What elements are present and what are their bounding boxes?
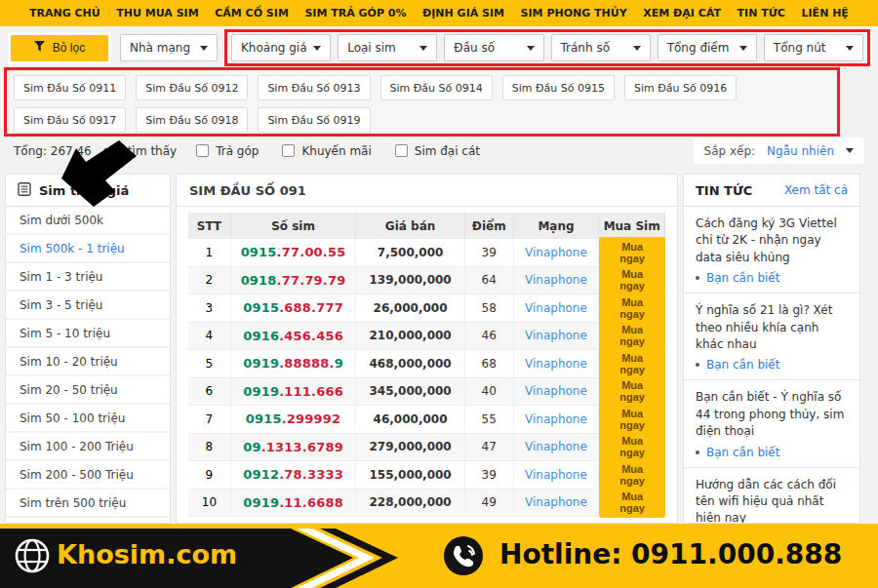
sim-number-link[interactable]: 09.1313.6789 <box>243 440 343 454</box>
news-item-link[interactable]: Bạn cần biết <box>696 271 848 285</box>
sim-segment: .77.79.79 <box>277 273 346 288</box>
news-item-title[interactable]: Ý nghĩa số 21 là gì? Xét theo nhiều khía… <box>696 302 848 353</box>
network-dropdown[interactable]: Nhà mạng <box>120 34 218 61</box>
sidebar-item[interactable]: Sim 20 - 50 triệu <box>6 376 170 405</box>
buy-button[interactable]: Mua ngay <box>599 237 665 268</box>
filter-dropdown[interactable]: Tổng điểm <box>658 34 757 61</box>
footer-hotline[interactable]: Hotline: 0911.000.888 <box>499 538 842 570</box>
buy-button[interactable]: Mua ngay <box>599 487 665 518</box>
table-row: 20918.77.79.79139,000,00064VinaphoneMua … <box>188 267 665 295</box>
news-item-link[interactable]: Bạn cần biết <box>696 446 848 459</box>
buy-button[interactable]: Mua ngay <box>599 375 665 407</box>
network-link[interactable]: Vinaphone <box>525 468 587 482</box>
news-link-label: Bạn cần biết <box>706 358 779 372</box>
highlighted-filter-group: Khoảng giáLoại simĐầu sốTránh sốTổng điể… <box>224 29 870 66</box>
sidebar-item[interactable]: Sim trên 500 triệu <box>6 490 170 518</box>
prefix-tag-chip[interactable]: Sim Đầu Số 0911 <box>14 75 126 100</box>
sim-segment: .299992 <box>282 412 341 426</box>
buy-button[interactable]: Mua ngay <box>599 348 665 379</box>
buy-button[interactable]: Mua ngay <box>599 293 665 324</box>
sim-segment: 0915 <box>246 412 282 426</box>
checkbox-label: Trả góp <box>216 144 259 158</box>
sim-number-link[interactable]: 0919.111.666 <box>243 384 343 399</box>
stt-cell: 8 <box>188 434 231 461</box>
buy-button[interactable]: Mua ngay <box>599 264 665 295</box>
network-link[interactable]: Vinaphone <box>525 384 587 398</box>
nav-item[interactable]: TRANG CHỦ <box>29 7 100 20</box>
clear-filter-button[interactable]: Bỏ lọc <box>11 35 108 61</box>
sim-number-link[interactable]: 0912.78.3333 <box>243 467 343 482</box>
network-link[interactable]: Vinaphone <box>525 246 587 259</box>
prefix-tag-chip[interactable]: Sim Đầu Số 0918 <box>136 107 248 133</box>
network-link[interactable]: Vinaphone <box>525 357 587 371</box>
buy-button[interactable]: Mua ngay <box>599 404 665 435</box>
sim-number-link[interactable]: 0916.456.456 <box>243 329 343 343</box>
news-item-title[interactable]: Bạn cần biết - Ý nghĩa số 44 trong phong… <box>696 389 848 440</box>
sim-number-link[interactable]: 0915.688.777 <box>243 300 343 315</box>
prefix-tag-chip[interactable]: Sim Đầu Số 0916 <box>624 75 737 100</box>
buy-cell: Mua ngay <box>599 406 665 433</box>
prefix-tag-chip[interactable]: Sim Đầu Số 0919 <box>258 107 370 133</box>
filter-dropdown[interactable]: Tránh số <box>551 34 651 61</box>
filter-checkbox[interactable]: Sim đại cát <box>395 144 480 158</box>
sidebar-item[interactable]: Sim 100 - 200 Triệu <box>6 433 170 461</box>
prefix-tag-chip[interactable]: Sim Đầu Số 0913 <box>258 75 370 100</box>
sim-segment: 0915 <box>241 245 277 259</box>
sidebar-item[interactable]: Sim dưới 500k <box>6 207 170 235</box>
footer-brand[interactable]: Khosim.com <box>57 539 237 569</box>
sidebar-item[interactable]: Sim 10 - 20 triệu <box>6 348 170 376</box>
nav-item[interactable]: SIM PHONG THỦY <box>521 7 627 20</box>
sim-number-link[interactable]: 0915.77.00.55 <box>241 245 346 259</box>
network-link[interactable]: Vinaphone <box>525 495 587 509</box>
sidebar-item[interactable]: Sim 500k - 1 triệu <box>6 235 170 263</box>
nav-item[interactable]: LIÊN HỆ <box>802 7 849 20</box>
news-item-title[interactable]: Cách đăng ký 3G Viettel chỉ từ 2K - nhận… <box>696 216 848 266</box>
nav-item[interactable]: ĐỊNH GIÁ SIM <box>422 7 504 20</box>
prefix-tag-chip[interactable]: Sim Đầu Số 0917 <box>14 107 126 133</box>
filter-dropdown[interactable]: Tổng nút <box>764 34 863 61</box>
sim-cell: 0919.88888.9 <box>231 350 356 377</box>
filter-checkbox[interactable]: Trả góp <box>196 144 259 158</box>
prefix-tag-chip[interactable]: Sim Đầu Số 0914 <box>380 75 493 100</box>
page: TRANG CHỦTHU MUA SIMCẦM CỐ SIMSIM TRẢ GÓ… <box>0 0 878 588</box>
nav-item[interactable]: CẦM CỐ SIM <box>215 7 289 20</box>
sidebar-item[interactable]: Sim 5 - 10 triệu <box>6 320 170 348</box>
sort-dropdown[interactable]: Sắp xếp: Ngẫu nhiên <box>694 137 864 164</box>
news-item-title[interactable]: Hướng dẫn các cách đổi tên wifi hiệu quả… <box>696 477 848 524</box>
sim-number-link[interactable]: 0919.11.6688 <box>243 495 343 510</box>
sim-number-link[interactable]: 0915.299992 <box>246 412 341 426</box>
sim-cell: 0918.77.79.79 <box>231 267 356 294</box>
sidebar-item[interactable]: Sim 200 - 500 Triệu <box>6 461 170 490</box>
nav-item[interactable]: THU MUA SIM <box>116 7 198 20</box>
filter-dropdown[interactable]: Loại sim <box>338 34 437 61</box>
buy-button[interactable]: Mua ngay <box>599 459 665 490</box>
filter-checkbox[interactable]: Khuyến mãi <box>282 144 371 158</box>
network-link[interactable]: Vinaphone <box>525 273 587 287</box>
news-header: TIN TỨC Xem tất cả <box>684 175 859 207</box>
filter-dropdown[interactable]: Đầu số <box>444 34 543 61</box>
prefix-tag-chip[interactable]: Sim Đầu Số 0912 <box>136 75 248 100</box>
prefix-tag-chip[interactable]: Sim Đầu Số 0915 <box>502 75 615 100</box>
news-item-link[interactable]: Bạn cần biết <box>696 358 848 372</box>
network-link[interactable]: Vinaphone <box>525 301 587 315</box>
nav-item[interactable]: XEM ĐẠI CÁT <box>643 7 721 20</box>
network-link[interactable]: Vinaphone <box>525 329 587 342</box>
score-cell: 68 <box>465 350 514 377</box>
buy-cell: Mua ngay <box>599 434 665 461</box>
sim-number-link[interactable]: 0918.77.79.79 <box>241 273 346 288</box>
score-cell: 40 <box>465 378 514 406</box>
sidebar-item[interactable]: Sim 1 - 3 triệu <box>6 263 170 292</box>
view-all-link[interactable]: Xem tất cả <box>784 183 848 197</box>
sidebar-item[interactable]: Sim 3 - 5 triệu <box>6 292 170 320</box>
sim-segment: 0915 <box>243 300 279 315</box>
network-link[interactable]: Vinaphone <box>525 412 587 426</box>
sidebar-item[interactable]: Sim 50 - 100 triệu <box>6 405 170 433</box>
nav-item[interactable]: SIM TRẢ GÓP 0% <box>304 7 406 20</box>
buy-button[interactable]: Mua ngay <box>599 431 665 462</box>
filter-dropdown[interactable]: Khoảng giá <box>231 34 331 61</box>
table-row: 30915.688.77726,000,00058VinaphoneMua ng… <box>188 294 665 323</box>
nav-item[interactable]: TIN TỨC <box>738 7 785 20</box>
sim-number-link[interactable]: 0919.88888.9 <box>243 356 343 371</box>
network-link[interactable]: Vinaphone <box>525 440 587 453</box>
buy-button[interactable]: Mua ngay <box>599 320 665 351</box>
